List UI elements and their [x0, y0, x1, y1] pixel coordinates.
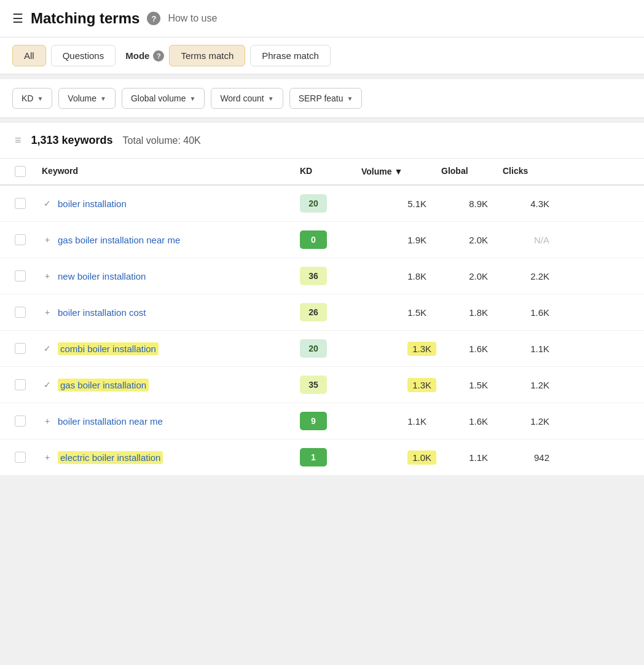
- row-checkbox[interactable]: [15, 343, 26, 354]
- chevron-down-icon: ▼: [189, 95, 195, 102]
- kd-badge: 20: [300, 339, 327, 358]
- global-value: 1.8K: [469, 307, 498, 318]
- select-all-checkbox[interactable]: [15, 166, 26, 177]
- action-icon[interactable]: ✓: [42, 199, 53, 208]
- table-row: + new boiler installation 36 1.8K 2.0K 2…: [0, 258, 644, 294]
- kd-badge: 35: [300, 376, 327, 394]
- global-value: 1.5K: [469, 380, 498, 390]
- mode-label: Mode ?: [125, 50, 164, 61]
- keywords-table: Keyword KD Volume ▼ Global Clicks ✓ boil…: [0, 159, 644, 476]
- kd-badge: 1: [300, 448, 327, 466]
- tab-terms-match[interactable]: Terms match: [169, 45, 245, 66]
- keyword-link[interactable]: boiler installation near me: [58, 416, 163, 427]
- serp-filter[interactable]: SERP featu ▼: [289, 88, 363, 109]
- volume-column-header[interactable]: Volume ▼: [361, 166, 441, 177]
- kd-badge: 36: [300, 267, 327, 285]
- global-value: 2.0K: [469, 235, 498, 245]
- keyword-link[interactable]: new boiler installation: [58, 271, 146, 281]
- global-volume-filter[interactable]: Global volume ▼: [122, 88, 205, 109]
- table-row: ✓ gas boiler installation 35 1.3K 1.5K 1…: [0, 367, 644, 403]
- row-checkbox[interactable]: [15, 234, 26, 245]
- action-icon[interactable]: ✓: [42, 380, 53, 390]
- grid-icon: ≡: [15, 134, 22, 147]
- table-row: ✓ boiler installation 20 5.1K 8.9K 4.3K: [0, 186, 644, 222]
- row-checkbox[interactable]: [15, 415, 26, 427]
- global-value: 8.9K: [469, 199, 498, 209]
- table-row: + gas boiler installation near me 0 1.9K…: [0, 222, 644, 258]
- global-value: 2.0K: [469, 271, 498, 281]
- word-count-filter[interactable]: Word count ▼: [211, 88, 283, 109]
- clicks-column-header: Clicks: [503, 166, 564, 177]
- table-body: ✓ boiler installation 20 5.1K 8.9K 4.3K …: [0, 186, 644, 476]
- global-value: 1.1K: [469, 452, 498, 463]
- keyword-link[interactable]: gas boiler installation: [58, 379, 149, 392]
- action-icon[interactable]: +: [42, 452, 53, 462]
- volume-value: 1.3K: [407, 342, 436, 356]
- global-value: 1.6K: [469, 416, 498, 427]
- table-row: + boiler installation near me 9 1.1K 1.6…: [0, 403, 644, 439]
- kd-badge: 9: [300, 412, 327, 430]
- row-checkbox[interactable]: [15, 270, 26, 281]
- kd-badge: 20: [300, 194, 327, 213]
- keyword-link[interactable]: gas boiler installation near me: [58, 235, 180, 245]
- keyword-link[interactable]: boiler installation: [58, 199, 127, 209]
- volume-value: 1.9K: [407, 235, 436, 245]
- kd-badge: 0: [300, 230, 327, 249]
- row-checkbox[interactable]: [15, 452, 26, 463]
- clicks-value: 1.2K: [530, 416, 559, 427]
- keyword-link[interactable]: boiler installation cost: [58, 307, 146, 318]
- filters-bar: KD ▼ Volume ▼ Global volume ▼ Word count…: [0, 79, 644, 118]
- clicks-value: 942: [534, 452, 559, 463]
- kd-filter[interactable]: KD ▼: [12, 88, 52, 109]
- table-row: ✓ combi boiler installation 20 1.3K 1.6K…: [0, 331, 644, 367]
- kd-column-header: KD: [300, 166, 361, 177]
- tab-phrase-match[interactable]: Phrase match: [250, 45, 331, 66]
- clicks-value: 1.6K: [530, 307, 559, 318]
- kd-badge: 26: [300, 303, 327, 321]
- action-icon[interactable]: +: [42, 271, 53, 281]
- chevron-down-icon: ▼: [347, 95, 353, 102]
- keyword-link[interactable]: combi boiler installation: [58, 342, 159, 355]
- table-row: + electric boiler installation 1 1.0K 1.…: [0, 439, 644, 476]
- page-title: Matching terms: [31, 10, 139, 27]
- volume-value: 1.8K: [407, 271, 436, 281]
- keyword-link[interactable]: electric boiler installation: [58, 451, 163, 464]
- row-checkbox[interactable]: [15, 307, 26, 318]
- chevron-down-icon: ▼: [37, 95, 43, 102]
- action-icon[interactable]: ✓: [42, 344, 53, 353]
- volume-filter[interactable]: Volume ▼: [58, 88, 116, 109]
- keywords-header: ≡ 1,313 keywords Total volume: 40K: [0, 123, 644, 159]
- clicks-value: 2.2K: [530, 271, 559, 281]
- volume-value: 1.5K: [407, 307, 436, 318]
- mode-help-icon[interactable]: ?: [153, 50, 164, 61]
- keywords-count: 1,313 keywords: [31, 134, 113, 147]
- row-checkbox[interactable]: [15, 379, 26, 390]
- volume-value: 1.1K: [407, 416, 436, 427]
- keywords-section: ≡ 1,313 keywords Total volume: 40K Keywo…: [0, 123, 644, 476]
- clicks-value: 1.1K: [530, 344, 559, 354]
- keyword-column-header: Keyword: [42, 166, 300, 177]
- chevron-down-icon: ▼: [100, 95, 106, 102]
- table-row: + boiler installation cost 26 1.5K 1.8K …: [0, 294, 644, 331]
- help-icon[interactable]: ?: [147, 12, 160, 25]
- clicks-value: 1.2K: [530, 380, 559, 390]
- total-volume: Total volume: 40K: [123, 135, 201, 146]
- hamburger-icon[interactable]: ☰: [12, 11, 23, 26]
- clicks-value: 4.3K: [530, 199, 559, 209]
- row-checkbox[interactable]: [15, 198, 26, 209]
- volume-value: 5.1K: [407, 199, 436, 209]
- volume-value: 1.3K: [407, 378, 436, 392]
- action-icon[interactable]: +: [42, 307, 53, 317]
- tab-questions[interactable]: Questions: [51, 45, 116, 66]
- page-header: ☰ Matching terms ? How to use: [0, 0, 644, 37]
- table-header: Keyword KD Volume ▼ Global Clicks: [0, 159, 644, 186]
- volume-value: 1.0K: [407, 451, 436, 465]
- action-icon[interactable]: +: [42, 235, 53, 245]
- tab-all[interactable]: All: [12, 45, 46, 66]
- global-value: 1.6K: [469, 344, 498, 354]
- how-to-use-link[interactable]: How to use: [168, 13, 217, 24]
- action-icon[interactable]: +: [42, 416, 53, 426]
- chevron-down-icon: ▼: [268, 95, 274, 102]
- clicks-value: N/A: [534, 235, 559, 245]
- global-column-header: Global: [441, 166, 503, 177]
